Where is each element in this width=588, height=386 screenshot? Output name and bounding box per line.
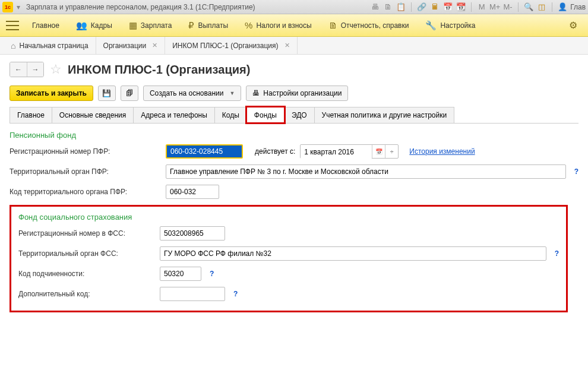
help-icon[interactable]: ? bbox=[233, 290, 238, 298]
subtab-basic[interactable]: Основные сведения bbox=[52, 107, 134, 123]
home-icon: ⌂ bbox=[11, 41, 15, 50]
pfr-since-group: 📅 ÷ bbox=[300, 144, 399, 159]
menu-zarplata-label: Зарплата bbox=[141, 21, 172, 30]
fss-addcode-label: Дополнительный код: bbox=[18, 290, 155, 298]
m-plus-icon[interactable]: M+ bbox=[489, 2, 500, 12]
tab-organizations[interactable]: Организации✕ bbox=[96, 37, 166, 55]
save-close-label: Записать и закрыть bbox=[16, 89, 87, 97]
page-title: ИНКОМ ПЛЮС-1 (Организация) bbox=[68, 63, 250, 77]
fss-territory-input[interactable] bbox=[160, 246, 546, 261]
main-menu: Главное 👥Кадры ▦Зарплата ₽Выплаты %Налог… bbox=[0, 14, 588, 37]
doc-icon[interactable]: 🗎 bbox=[382, 2, 393, 12]
pfr-section: Пенсионный фонд Регистрационный номер ПФ… bbox=[10, 131, 578, 199]
subtab-fondy[interactable]: Фонды bbox=[246, 107, 284, 123]
org-settings-label: Настройки организации bbox=[263, 89, 342, 97]
menu-vyplaty[interactable]: ₽Выплаты bbox=[180, 20, 236, 31]
menu-otchet[interactable]: 🗎Отчетность, справки bbox=[320, 20, 418, 30]
fss-subcode-label: Код подчиненности: bbox=[18, 270, 155, 278]
fss-subcode-input[interactable] bbox=[160, 267, 201, 281]
menu-otchet-label: Отчетность, справки bbox=[341, 21, 409, 30]
menu-kadry-label: Кадры bbox=[91, 21, 112, 30]
close-icon[interactable]: ✕ bbox=[152, 42, 157, 49]
menu-kadry[interactable]: 👥Кадры bbox=[68, 20, 121, 31]
m-icon[interactable]: M bbox=[476, 2, 487, 12]
user-icon[interactable]: 👤 bbox=[557, 2, 568, 12]
floppy-icon: 💾 bbox=[102, 89, 111, 97]
clipboard-icon[interactable]: 📋 bbox=[396, 2, 406, 12]
save-button[interactable]: 💾 bbox=[98, 86, 116, 101]
titlebar: 1c ▾ Зарплата и управление персоналом, р… bbox=[0, 0, 588, 14]
calc-icon[interactable]: 🖩 bbox=[429, 2, 440, 12]
app-menu-dropdown[interactable]: ▾ bbox=[14, 3, 23, 11]
file-button[interactable]: 🗐 bbox=[121, 86, 138, 101]
wrench-icon: 🔧 bbox=[425, 20, 437, 31]
fss-title: Фонд социального страхования bbox=[18, 213, 559, 222]
menu-nastroika-label: Настройка bbox=[440, 21, 475, 30]
report-icon: 🗎 bbox=[328, 20, 337, 30]
file-icon: 🗐 bbox=[126, 89, 133, 97]
tab-current-org[interactable]: ИНКОМ ПЛЮС-1 (Организация)✕ bbox=[165, 37, 297, 55]
people-icon: 👥 bbox=[76, 20, 87, 31]
calendar-icon[interactable]: 📅 bbox=[442, 2, 453, 12]
percent-icon: % bbox=[245, 20, 252, 30]
app-logo-icon: 1c bbox=[2, 2, 13, 12]
create-on-label: Создать на основании bbox=[150, 89, 224, 97]
print-icon: 🖶 bbox=[252, 89, 260, 97]
save-close-button[interactable]: Записать и закрыть bbox=[10, 86, 93, 101]
pfr-code-input[interactable] bbox=[166, 185, 219, 199]
back-button[interactable]: ← bbox=[10, 62, 27, 77]
date-icon[interactable]: 📆 bbox=[456, 2, 466, 12]
pfr-since-label: действует с: bbox=[255, 147, 295, 156]
grid-icon: ▦ bbox=[129, 20, 137, 31]
menu-main[interactable]: Главное bbox=[24, 21, 68, 30]
fss-addcode-input[interactable] bbox=[160, 287, 225, 301]
tab-current-label: ИНКОМ ПЛЮС-1 (Организация) bbox=[172, 42, 278, 50]
menu-vyplaty-label: Выплаты bbox=[198, 21, 228, 30]
forward-button[interactable]: → bbox=[27, 62, 43, 77]
pfr-territory-input[interactable] bbox=[166, 164, 566, 179]
gear-icon[interactable]: ⚙ bbox=[564, 20, 582, 31]
subtab-policy[interactable]: Учетная политика и другие настройки bbox=[314, 107, 455, 123]
m-minus-icon[interactable]: M- bbox=[502, 2, 513, 12]
link-icon[interactable]: 🔗 bbox=[416, 2, 427, 12]
stepper-icon[interactable]: ÷ bbox=[385, 145, 398, 158]
tab-home-label: Начальная страница bbox=[19, 42, 88, 50]
fss-reg-input[interactable] bbox=[160, 226, 225, 241]
pfr-history-link[interactable]: История изменений bbox=[409, 147, 475, 156]
subtab-edo[interactable]: ЭДО bbox=[284, 107, 315, 123]
print-icon[interactable]: 🖶 bbox=[369, 2, 380, 12]
help-icon[interactable]: ? bbox=[574, 167, 578, 176]
calendar-picker-icon[interactable]: 📅 bbox=[372, 145, 385, 158]
tab-organizations-label: Организации bbox=[103, 42, 147, 50]
fss-reg-label: Регистрационный номер в ФСС: bbox=[18, 229, 155, 238]
nav-buttons: ← → bbox=[10, 62, 44, 77]
help-icon[interactable]: ? bbox=[555, 249, 559, 258]
org-settings-button[interactable]: 🖶Настройки организации bbox=[246, 86, 348, 101]
zoom-icon[interactable]: 🔍 bbox=[523, 2, 534, 12]
pfr-title: Пенсионный фонд bbox=[10, 131, 578, 140]
fss-territory-label: Территориальный орган ФСС: bbox=[18, 249, 155, 258]
create-on-button[interactable]: Создать на основании▼ bbox=[143, 86, 241, 101]
favorite-star-icon[interactable]: ☆ bbox=[50, 62, 62, 77]
pfr-code-label: Код территориального органа ПФР: bbox=[10, 188, 161, 196]
burger-icon[interactable] bbox=[6, 21, 19, 30]
subtab-codes[interactable]: Коды bbox=[214, 107, 247, 123]
panel-icon[interactable]: ◫ bbox=[536, 2, 547, 12]
help-icon[interactable]: ? bbox=[210, 270, 214, 278]
pfr-reg-input[interactable] bbox=[166, 144, 243, 159]
pfr-reg-label: Регистрационный номер ПФР: bbox=[10, 147, 161, 156]
sub-tabs: Главное Основные сведения Адреса и телеф… bbox=[10, 107, 578, 124]
user-label: Глав bbox=[570, 3, 586, 11]
close-icon[interactable]: ✕ bbox=[284, 42, 290, 49]
menu-nalogi[interactable]: %Налоги и взносы bbox=[236, 20, 320, 30]
menu-zarplata[interactable]: ▦Зарплата bbox=[121, 20, 181, 31]
subtab-address[interactable]: Адреса и телефоны bbox=[133, 107, 215, 123]
pfr-territory-label: Территориальный орган ПФР: bbox=[10, 167, 161, 176]
menu-main-label: Главное bbox=[32, 21, 59, 30]
menu-nastroika[interactable]: 🔧Настройка bbox=[417, 20, 483, 31]
subtab-main[interactable]: Главное bbox=[10, 107, 52, 123]
toolbar: Записать и закрыть 💾 🗐 Создать на основа… bbox=[10, 86, 578, 101]
pfr-since-input[interactable] bbox=[301, 145, 372, 159]
tab-home[interactable]: ⌂Начальная страница bbox=[4, 37, 96, 55]
menu-nalogi-label: Налоги и взносы bbox=[256, 21, 311, 30]
